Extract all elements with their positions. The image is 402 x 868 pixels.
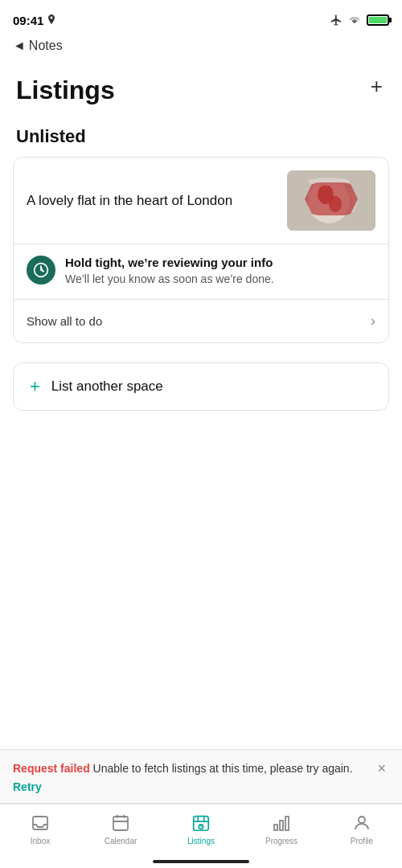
svg-rect-12 xyxy=(280,821,283,830)
inbox-icon xyxy=(30,813,51,833)
nav-item-progress[interactable]: Progress xyxy=(241,811,322,845)
nav-item-profile[interactable]: Profile xyxy=(322,811,402,845)
svg-rect-13 xyxy=(285,817,289,830)
nav-label-profile: Profile xyxy=(351,837,373,845)
listing-card: A lovely flat in the heart of London xyxy=(13,157,389,343)
listing-card-text: A lovely flat in the heart of London xyxy=(27,191,287,211)
list-space-label: List another space xyxy=(51,379,163,395)
review-title: Hold tight, we’re reviewing your info xyxy=(65,256,274,269)
error-message: Unable to fetch listings at this time, p… xyxy=(90,762,353,775)
section-title-unlisted: Unlisted xyxy=(0,113,402,157)
error-banner-row: Request failed Unable to fetch listings … xyxy=(13,761,389,777)
back-label[interactable]: Notes xyxy=(29,39,63,53)
review-text-block: Hold tight, we’re reviewing your info We… xyxy=(65,256,274,288)
nav-item-listings[interactable]: Listings xyxy=(161,811,241,845)
review-clock-icon xyxy=(27,256,55,285)
status-bar: 09:41 xyxy=(0,0,402,35)
back-nav[interactable]: ◄ Notes xyxy=(0,35,402,59)
header-row: Listings + xyxy=(0,59,402,113)
nav-item-inbox[interactable]: Inbox xyxy=(0,811,80,845)
retry-button[interactable]: Retry xyxy=(13,780,389,793)
nav-label-calendar: Calendar xyxy=(105,837,137,845)
time-display: 09:41 xyxy=(13,14,43,27)
nav-label-progress: Progress xyxy=(265,837,297,845)
svg-point-3 xyxy=(329,196,342,212)
svg-point-14 xyxy=(359,817,365,823)
listing-thumbnail-image xyxy=(287,170,375,231)
error-banner: Request failed Unable to fetch listings … xyxy=(0,749,402,804)
listings-icon xyxy=(191,813,211,833)
listing-mug-svg xyxy=(287,170,375,231)
status-icons xyxy=(330,14,389,27)
profile-icon xyxy=(351,813,372,833)
listing-card-top[interactable]: A lovely flat in the heart of London xyxy=(14,158,388,244)
nav-label-listings: Listings xyxy=(187,837,215,845)
listing-thumbnail xyxy=(287,170,375,231)
nav-item-calendar[interactable]: Calendar xyxy=(80,811,161,845)
home-indicator xyxy=(153,860,249,863)
error-close-button[interactable]: × xyxy=(374,761,389,776)
review-banner: Hold tight, we’re reviewing your info We… xyxy=(14,244,388,300)
error-text: Request failed Unable to fetch listings … xyxy=(13,761,374,777)
svg-rect-5 xyxy=(287,170,375,231)
svg-rect-8 xyxy=(113,817,128,830)
svg-point-2 xyxy=(318,185,334,204)
review-subtitle: We’ll let you know as soon as we’re done… xyxy=(65,272,274,288)
status-time: 09:41 xyxy=(13,14,56,27)
nav-label-inbox: Inbox xyxy=(31,837,50,845)
list-another-space-button[interactable]: + List another space xyxy=(13,362,389,411)
battery-icon xyxy=(367,14,389,26)
bottom-nav: Inbox Calendar Listings xyxy=(0,804,402,868)
calendar-icon xyxy=(110,813,131,833)
show-all-todo-row[interactable]: Show all to do › xyxy=(14,300,388,342)
back-arrow-icon: ◄ xyxy=(13,39,26,53)
svg-rect-11 xyxy=(274,825,277,830)
wifi-icon xyxy=(347,14,362,26)
show-all-label: Show all to do xyxy=(27,314,102,328)
error-failed-label: Request failed xyxy=(13,762,90,775)
airplane-icon xyxy=(330,14,343,27)
location-icon xyxy=(47,14,56,26)
add-button[interactable]: + xyxy=(367,76,386,96)
list-plus-icon: + xyxy=(30,378,40,395)
page-title: Listings xyxy=(16,76,115,105)
chevron-right-icon: › xyxy=(371,313,375,330)
progress-icon xyxy=(271,813,292,833)
